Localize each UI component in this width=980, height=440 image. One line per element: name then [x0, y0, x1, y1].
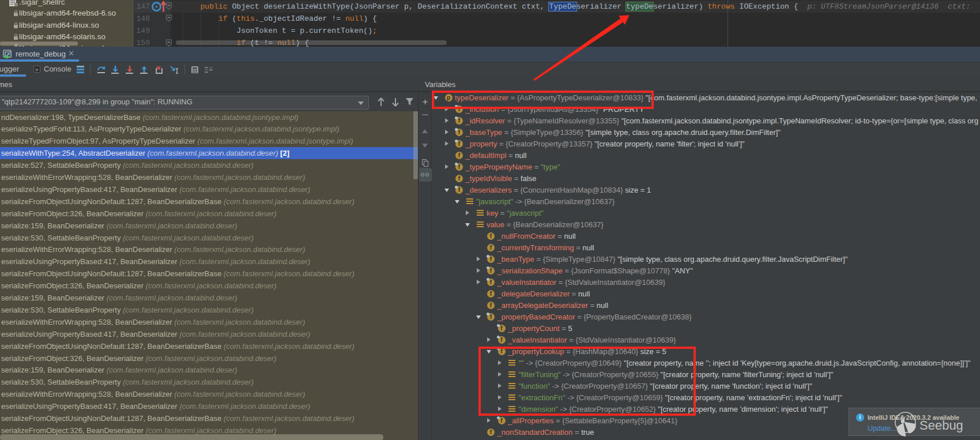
svg-text:Seebug: Seebug — [919, 418, 963, 433]
